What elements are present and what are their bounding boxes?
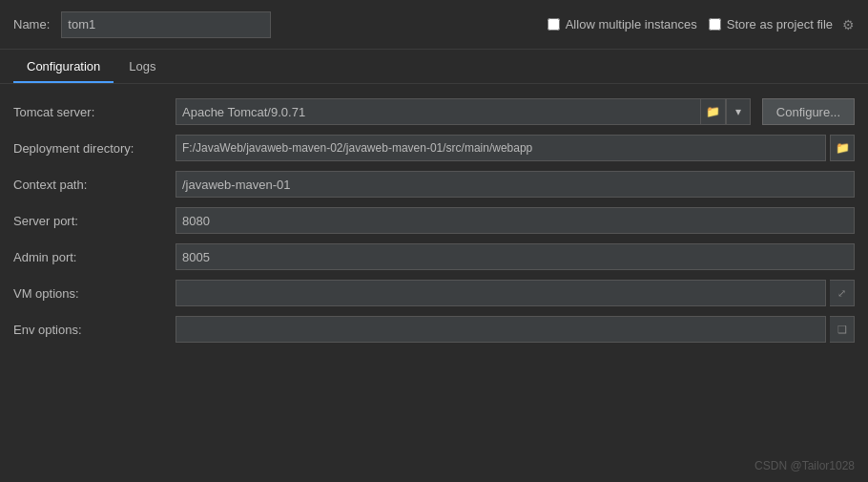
- deployment-dir-input-wrap: 📁: [176, 135, 855, 161]
- deployment-dir-label: Deployment directory:: [13, 141, 176, 156]
- top-bar: Name: Allow multiple instances Store as …: [0, 0, 868, 50]
- context-path-label: Context path:: [13, 178, 176, 192]
- admin-port-input[interactable]: [176, 243, 855, 270]
- store-project-checkbox[interactable]: [709, 18, 721, 31]
- deployment-dir-folder-btn[interactable]: 📁: [830, 135, 855, 161]
- allow-multiple-group: Allow multiple instances: [548, 17, 697, 31]
- tomcat-row: 📁 ▾: [176, 98, 751, 125]
- allow-multiple-checkbox[interactable]: [548, 18, 560, 31]
- deployment-dir-input[interactable]: [176, 135, 826, 161]
- config-area: Tomcat server: 📁 ▾ Configure... Deployme…: [0, 84, 868, 357]
- context-path-row: Context path:: [0, 166, 868, 202]
- tomcat-server-label: Tomcat server:: [13, 105, 176, 119]
- admin-port-row: Admin port:: [0, 239, 868, 275]
- tab-configuration[interactable]: Configuration: [13, 53, 114, 83]
- footer-watermark: CSDN @Tailor1028: [754, 459, 855, 472]
- admin-port-input-wrap: [176, 243, 855, 270]
- gear-icon[interactable]: ⚙: [842, 17, 855, 32]
- tomcat-server-row: Tomcat server: 📁 ▾ Configure...: [0, 94, 868, 130]
- env-options-copy-btn[interactable]: ❑: [830, 316, 855, 343]
- env-options-input[interactable]: [176, 316, 826, 343]
- copy-icon: ❑: [837, 324, 847, 336]
- configure-button[interactable]: Configure...: [762, 98, 855, 125]
- vm-options-label: VM options:: [13, 286, 176, 301]
- vm-options-row: VM options: ⤢: [0, 275, 868, 311]
- folder-icon-2: 📁: [836, 141, 850, 155]
- name-input[interactable]: [61, 11, 271, 38]
- server-port-input-wrap: [176, 207, 855, 234]
- tabs-bar: Configuration Logs: [0, 50, 868, 84]
- tomcat-folder-btn[interactable]: 📁: [701, 98, 726, 125]
- vm-options-input-wrap: ⤢: [176, 280, 855, 306]
- env-options-input-wrap: ❑: [176, 316, 855, 343]
- allow-multiple-label: Allow multiple instances: [566, 17, 697, 31]
- store-project-group: Store as project file ⚙: [709, 17, 855, 32]
- store-project-label: Store as project file: [727, 17, 833, 31]
- server-port-row: Server port:: [0, 202, 868, 239]
- env-options-label: Env options:: [13, 323, 176, 337]
- tab-logs[interactable]: Logs: [115, 53, 169, 83]
- env-options-row: Env options: ❑: [0, 311, 868, 347]
- expand-icon: ⤢: [837, 287, 846, 300]
- server-port-input[interactable]: [176, 207, 855, 234]
- tomcat-server-input-wrap: 📁 ▾ Configure...: [176, 98, 855, 125]
- dropdown-arrow-icon: ▾: [735, 105, 741, 118]
- context-path-input[interactable]: [176, 171, 855, 198]
- tomcat-server-input[interactable]: [176, 98, 701, 125]
- folder-icon: 📁: [706, 105, 720, 118]
- name-label: Name:: [13, 17, 50, 31]
- vm-options-input[interactable]: [176, 280, 826, 306]
- server-port-label: Server port:: [13, 214, 176, 228]
- vm-options-expand-btn[interactable]: ⤢: [830, 280, 855, 306]
- tomcat-dropdown-btn[interactable]: ▾: [726, 98, 751, 125]
- context-path-input-wrap: [176, 171, 855, 198]
- deployment-dir-row: Deployment directory: 📁: [0, 130, 868, 166]
- admin-port-label: Admin port:: [13, 250, 176, 264]
